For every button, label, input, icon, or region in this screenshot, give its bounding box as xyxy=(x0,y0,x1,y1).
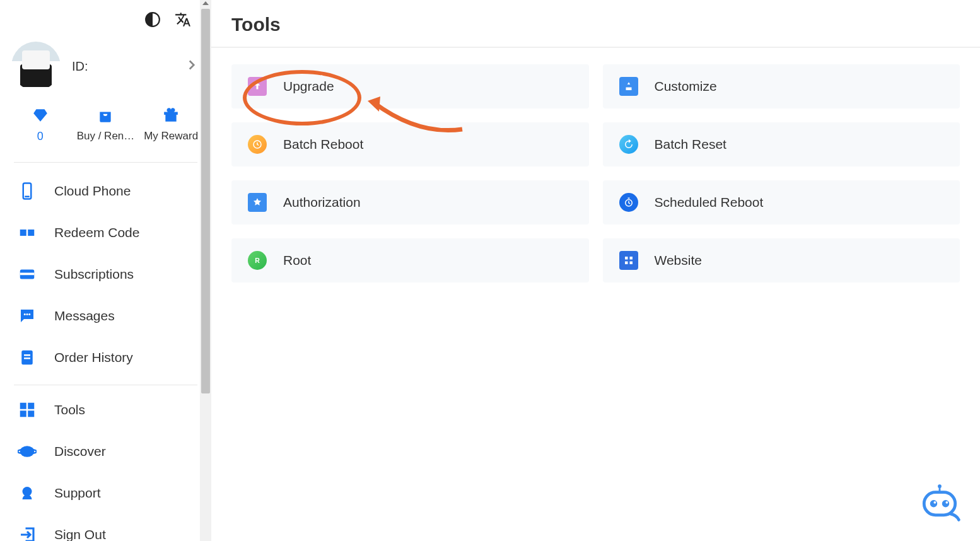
star-badge-icon xyxy=(248,193,267,212)
svg-rect-14 xyxy=(28,410,34,417)
tool-customize[interactable]: Customize xyxy=(603,64,960,108)
tool-label: Customize xyxy=(655,79,717,94)
phone-icon xyxy=(18,182,37,201)
svg-rect-11 xyxy=(20,403,26,409)
gem-icon xyxy=(32,107,49,124)
ticket-icon xyxy=(18,223,37,242)
profile-id-label: ID: xyxy=(72,59,172,74)
chat-icon xyxy=(18,306,37,325)
scrollbar-track[interactable] xyxy=(200,0,211,541)
upgrade-icon xyxy=(248,77,267,96)
clock-icon xyxy=(248,135,267,154)
svg-point-5 xyxy=(24,313,26,315)
svg-point-31 xyxy=(946,501,948,504)
svg-point-28 xyxy=(930,500,937,507)
tool-authorization[interactable]: Authorization xyxy=(231,180,589,224)
chatbot-button[interactable] xyxy=(916,477,964,525)
tools-icon xyxy=(18,400,37,419)
theme-toggle-icon[interactable] xyxy=(144,11,161,30)
clipboard-icon xyxy=(18,348,37,367)
sidebar-item-support[interactable]: Support xyxy=(5,472,206,514)
sidebar-item-discover[interactable]: Discover xyxy=(5,431,206,472)
planet-icon xyxy=(18,442,37,461)
scrollbar-thumb[interactable] xyxy=(201,9,210,393)
tool-label: Website xyxy=(655,253,702,268)
svg-point-29 xyxy=(942,500,949,507)
gem-value: 0 xyxy=(8,130,73,143)
tool-website[interactable]: Website xyxy=(603,238,960,282)
sidebar-item-label: Subscriptions xyxy=(54,267,134,282)
tool-upgrade[interactable]: Upgrade xyxy=(231,64,589,108)
svg-rect-22 xyxy=(629,257,633,260)
main-content: Tools Upgrade Customize xyxy=(211,0,980,541)
sidebar-item-label: Cloud Phone xyxy=(54,183,131,199)
support-icon xyxy=(18,484,37,503)
svg-rect-12 xyxy=(28,403,34,409)
divider xyxy=(14,385,197,385)
sidebar-item-label: Discover xyxy=(54,444,106,459)
buy-label: Buy / Ren… xyxy=(73,130,138,143)
sidebar-item-label: Sign Out xyxy=(54,527,106,541)
svg-rect-13 xyxy=(20,410,26,417)
timer-icon xyxy=(619,193,638,212)
refresh-icon xyxy=(619,135,638,154)
svg-rect-23 xyxy=(625,262,628,265)
language-icon[interactable] xyxy=(175,11,191,30)
svg-rect-24 xyxy=(629,262,633,265)
sidebar-item-label: Order History xyxy=(54,350,133,365)
gems[interactable]: 0 xyxy=(8,107,73,143)
svg-rect-21 xyxy=(625,257,628,260)
tool-batch-reset[interactable]: Batch Reset xyxy=(603,122,960,166)
sidebar-menu: Cloud Phone Redeem Code Subscriptions Me… xyxy=(5,166,206,541)
root-icon: R xyxy=(248,251,267,270)
svg-point-30 xyxy=(934,501,936,504)
scroll-up-icon xyxy=(202,1,209,5)
svg-point-15 xyxy=(20,446,35,457)
sidebar: ID: 0 Buy / Ren… My Reward Clou xyxy=(0,0,211,541)
tool-scheduled-reboot[interactable]: Scheduled Reboot xyxy=(603,180,960,224)
svg-point-7 xyxy=(28,313,30,315)
avatar xyxy=(11,42,61,91)
card-icon xyxy=(18,265,37,284)
website-icon xyxy=(619,251,638,270)
sidebar-item-messages[interactable]: Messages xyxy=(5,295,206,337)
tool-label: Authorization xyxy=(283,195,361,210)
tool-batch-reboot[interactable]: Batch Reboot xyxy=(231,122,589,166)
tools-grid: Upgrade Customize Batch Reboot xyxy=(211,48,980,299)
sidebar-item-label: Redeem Code xyxy=(54,225,139,240)
svg-rect-4 xyxy=(20,273,35,276)
sidebar-item-cloud-phone[interactable]: Cloud Phone xyxy=(5,170,206,212)
signout-icon xyxy=(18,525,37,541)
sidebar-item-order-history[interactable]: Order History xyxy=(5,337,206,378)
gift-icon xyxy=(163,107,179,124)
svg-point-25 xyxy=(938,484,942,488)
shopping-bag-icon xyxy=(97,107,114,124)
sidebar-item-label: Tools xyxy=(54,402,85,417)
tool-label: Scheduled Reboot xyxy=(655,195,764,210)
buy-renew[interactable]: Buy / Ren… xyxy=(73,107,138,143)
quick-actions: 0 Buy / Ren… My Reward xyxy=(5,102,206,156)
chevron-right-icon xyxy=(184,57,200,76)
page-title: Tools xyxy=(211,0,980,47)
tool-label: Upgrade xyxy=(283,79,334,94)
tool-label: Root xyxy=(283,253,311,268)
my-reward[interactable]: My Reward xyxy=(139,107,204,143)
sidebar-item-redeem-code[interactable]: Redeem Code xyxy=(5,212,206,253)
svg-rect-10 xyxy=(24,358,30,359)
svg-rect-27 xyxy=(924,492,955,515)
sidebar-item-label: Messages xyxy=(54,308,115,323)
svg-rect-2 xyxy=(25,196,30,198)
sidebar-item-sign-out[interactable]: Sign Out xyxy=(5,514,206,541)
divider xyxy=(14,162,197,163)
sidebar-item-subscriptions[interactable]: Subscriptions xyxy=(5,253,206,295)
svg-point-6 xyxy=(26,313,28,315)
tool-label: Batch Reboot xyxy=(283,137,363,152)
profile-row[interactable]: ID: xyxy=(5,38,206,102)
svg-rect-9 xyxy=(24,354,30,356)
tool-label: Batch Reset xyxy=(655,137,726,152)
sidebar-item-tools[interactable]: Tools xyxy=(5,389,206,431)
sidebar-item-label: Support xyxy=(54,486,101,501)
customize-icon xyxy=(619,77,638,96)
tool-root[interactable]: R Root xyxy=(231,238,589,282)
reward-label: My Reward xyxy=(139,130,204,143)
